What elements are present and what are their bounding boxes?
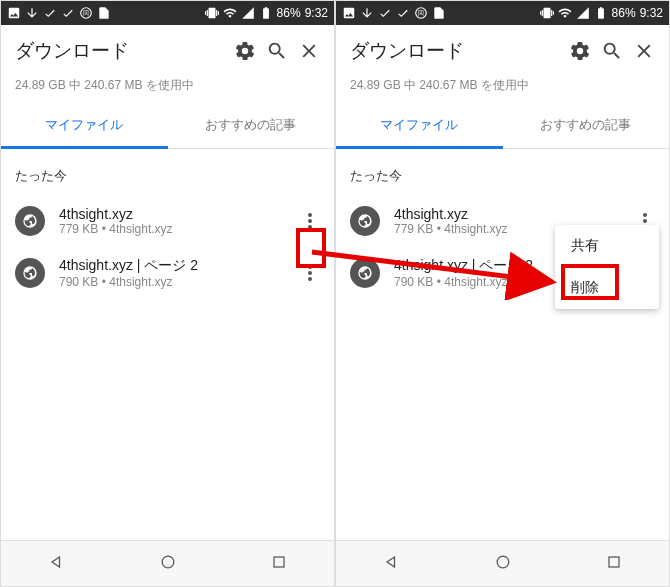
tab-my-files[interactable]: マイファイル	[336, 104, 503, 149]
phone-right: 回 86% 9:32 ダウンロード 24.89 GB 中 240.67 MB を…	[335, 0, 670, 587]
nav-recent[interactable]	[269, 552, 289, 576]
storage-text: 24.89 GB 中 240.67 MB を使用中	[336, 77, 669, 104]
svg-text:回: 回	[418, 9, 424, 16]
battery-icon	[259, 6, 273, 20]
gear-icon[interactable]	[569, 40, 591, 62]
page-title: ダウンロード	[15, 38, 224, 64]
signal-icon	[241, 6, 255, 20]
nav-recent[interactable]	[604, 552, 624, 576]
page-title: ダウンロード	[350, 38, 559, 64]
check-icon	[360, 6, 374, 20]
svg-point-6	[308, 271, 312, 275]
globe-icon	[15, 258, 45, 288]
wifi-icon	[223, 6, 237, 20]
svg-point-8	[162, 556, 174, 568]
clock: 9:32	[640, 6, 663, 20]
globe-icon	[15, 206, 45, 236]
tab-recommended[interactable]: おすすめの記事	[168, 104, 335, 148]
vibrate-icon	[540, 6, 554, 20]
list-item[interactable]: 4thsight.xyz 779 KB • 4thsight.xyz	[1, 195, 334, 247]
status-bar: 回 86% 9:32	[336, 1, 669, 25]
app-header: ダウンロード	[1, 25, 334, 77]
section-label: たった今	[336, 149, 669, 195]
check-icon	[25, 6, 39, 20]
tabs: マイファイル おすすめの記事	[336, 104, 669, 149]
item-title: 4thsight.xyz	[394, 206, 613, 222]
check-icon	[396, 6, 410, 20]
menu-delete[interactable]: 削除	[555, 267, 659, 309]
svg-point-12	[643, 213, 647, 217]
globe-icon	[350, 258, 380, 288]
list-item[interactable]: 4thsight.xyz | ページ 2 790 KB • 4thsight.x…	[1, 247, 334, 299]
check-icon	[378, 6, 392, 20]
more-button[interactable]	[292, 203, 328, 239]
phone-left: 回 86% 9:32 ダウンロード 24.89 GB 中 240.67 MB を…	[0, 0, 335, 587]
context-menu: 共有 削除	[555, 225, 659, 309]
tab-recommended[interactable]: おすすめの記事	[503, 104, 670, 148]
app-header: ダウンロード	[336, 25, 669, 77]
svg-point-7	[308, 277, 312, 281]
status-bar: 回 86% 9:32	[1, 1, 334, 25]
file-icon	[432, 6, 446, 20]
nav-home[interactable]	[493, 552, 513, 576]
wifi-icon	[558, 6, 572, 20]
item-title: 4thsight.xyz	[59, 206, 278, 222]
android-navbar	[336, 540, 669, 586]
battery-text: 86%	[277, 6, 301, 20]
android-navbar	[1, 540, 334, 586]
tabs: マイファイル おすすめの記事	[1, 104, 334, 149]
check-icon	[61, 6, 75, 20]
svg-point-3	[308, 219, 312, 223]
image-icon	[7, 6, 21, 20]
close-icon[interactable]	[633, 40, 655, 62]
search-icon[interactable]	[266, 40, 288, 62]
app-icon: 回	[79, 6, 93, 20]
check-icon	[43, 6, 57, 20]
svg-rect-19	[609, 557, 619, 567]
nav-home[interactable]	[158, 552, 178, 576]
svg-rect-9	[274, 557, 284, 567]
item-sub: 779 KB • 4thsight.xyz	[59, 222, 278, 236]
menu-share[interactable]: 共有	[555, 225, 659, 267]
item-title: 4thsight.xyz | ページ 2	[59, 257, 278, 275]
svg-text:回: 回	[83, 9, 89, 16]
battery-text: 86%	[612, 6, 636, 20]
nav-back[interactable]	[47, 552, 67, 576]
file-icon	[97, 6, 111, 20]
close-icon[interactable]	[298, 40, 320, 62]
clock: 9:32	[305, 6, 328, 20]
svg-point-13	[643, 219, 647, 223]
section-label: たった今	[1, 149, 334, 195]
battery-icon	[594, 6, 608, 20]
gear-icon[interactable]	[234, 40, 256, 62]
more-button[interactable]	[292, 255, 328, 291]
tab-my-files[interactable]: マイファイル	[1, 104, 168, 149]
app-icon: 回	[414, 6, 428, 20]
svg-point-4	[308, 225, 312, 229]
item-sub: 790 KB • 4thsight.xyz	[59, 275, 278, 289]
nav-back[interactable]	[382, 552, 402, 576]
storage-text: 24.89 GB 中 240.67 MB を使用中	[1, 77, 334, 104]
vibrate-icon	[205, 6, 219, 20]
search-icon[interactable]	[601, 40, 623, 62]
image-icon	[342, 6, 356, 20]
svg-point-18	[497, 556, 509, 568]
signal-icon	[576, 6, 590, 20]
svg-point-2	[308, 213, 312, 217]
globe-icon	[350, 206, 380, 236]
svg-point-5	[308, 265, 312, 269]
